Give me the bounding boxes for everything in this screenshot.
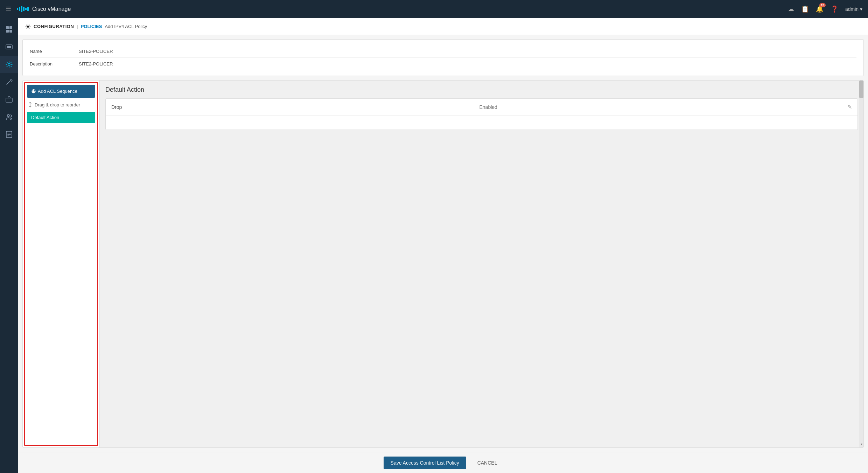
form-row-name: Name SITE2-POLICER (30, 45, 856, 58)
sidebar (0, 18, 18, 473)
svg-rect-1 (19, 7, 20, 11)
briefcase-icon (5, 96, 13, 103)
breadcrumb-bar: CONFIGURATION | POLICIES Add IPV4 ACL Po… (18, 18, 868, 35)
top-nav: ☰ Cisco vManage ☁ 📋 🔔 15 ❓ admin ▾ (0, 0, 868, 18)
action-drop-label: Drop (111, 104, 479, 110)
bottom-bar: Save Access Control List Policy CANCEL (18, 452, 868, 473)
svg-rect-2 (21, 6, 22, 12)
svg-rect-3 (23, 7, 24, 11)
sidebar-item-devices[interactable] (0, 39, 18, 55)
svg-rect-7 (9, 26, 12, 29)
svg-rect-13 (6, 98, 12, 102)
add-acl-btn-label: Add ACL Sequence (38, 89, 77, 94)
svg-rect-4 (25, 8, 27, 10)
hamburger-menu[interactable]: ☰ (6, 5, 11, 13)
highlight-border (24, 82, 98, 446)
form-section: Name SITE2-POLICER Description SITE2-POL… (22, 39, 864, 76)
sidebar-item-dashboard[interactable] (0, 21, 18, 38)
app-name: Cisco vManage (32, 6, 71, 12)
tools-icon (5, 78, 13, 86)
drag-icon (28, 102, 33, 107)
svg-rect-8 (6, 30, 9, 33)
plus-icon: ⊕ (31, 88, 36, 95)
action-edit-icon[interactable]: ✎ (847, 104, 852, 110)
save-acl-policy-button[interactable]: Save Access Control List Policy (384, 457, 466, 469)
sidebar-item-briefcase[interactable] (0, 91, 18, 108)
right-panel: Default Action Drop Enabled ✎ ▾ (100, 81, 863, 447)
svg-rect-0 (17, 8, 18, 10)
name-value: SITE2-POLICER (79, 49, 113, 54)
description-label: Description (30, 61, 79, 67)
drag-label: Drag & drop to reorder (35, 102, 80, 107)
action-enabled-status: Enabled (479, 104, 848, 110)
svg-rect-11 (7, 46, 11, 48)
sidebar-item-users[interactable] (0, 109, 18, 125)
breadcrumb-config-icon (25, 24, 31, 29)
form-row-description: Description SITE2-POLICER (30, 58, 856, 70)
breadcrumb-current-page: Add IPV4 ACL Policy (105, 24, 147, 29)
action-card: Drop Enabled ✎ (105, 98, 858, 130)
reports-icon (5, 131, 13, 138)
action-row-drop: Drop Enabled ✎ (106, 99, 858, 116)
scroll-down-arrow[interactable]: ▾ (859, 440, 863, 447)
users-icon (5, 113, 13, 121)
sidebar-item-tools[interactable] (0, 74, 18, 90)
action-row-empty (106, 116, 858, 130)
dashboard-icon (5, 26, 13, 33)
breadcrumb-separator: | (77, 24, 78, 29)
svg-point-19 (27, 26, 29, 27)
default-action-button[interactable]: Default Action (27, 112, 95, 123)
left-panel: ⊕ Add ACL Sequence Drag & drop to reorde… (23, 81, 100, 447)
scrollbar-track: ▾ (859, 81, 863, 447)
configuration-icon (5, 61, 13, 68)
name-label: Name (30, 49, 79, 54)
top-nav-right: ☁ 📋 🔔 15 ❓ admin ▾ (788, 5, 862, 13)
tasks-icon[interactable]: 📋 (801, 5, 809, 13)
admin-menu[interactable]: admin ▾ (845, 6, 862, 12)
breadcrumb-policies-link[interactable]: POLICIES (81, 24, 102, 29)
svg-rect-9 (9, 30, 12, 33)
sidebar-item-configuration[interactable] (0, 56, 18, 73)
sidebar-item-reports[interactable] (0, 126, 18, 143)
help-icon[interactable]: ❓ (831, 5, 838, 13)
svg-point-14 (7, 114, 9, 117)
cloud-icon[interactable]: ☁ (788, 5, 794, 13)
policy-builder: ⊕ Add ACL Sequence Drag & drop to reorde… (22, 80, 864, 448)
svg-rect-5 (27, 7, 29, 11)
notification-badge: 15 (819, 3, 826, 7)
description-value: SITE2-POLICER (79, 61, 113, 67)
logo-area: Cisco vManage (17, 5, 71, 13)
breadcrumb-section: CONFIGURATION (34, 24, 74, 29)
drag-reorder-hint: Drag & drop to reorder (27, 100, 95, 109)
cisco-logo-svg (17, 5, 29, 13)
cancel-button[interactable]: CANCEL (472, 457, 503, 469)
right-panel-title: Default Action (105, 86, 858, 93)
scrollbar-thumb (859, 81, 863, 98)
devices-icon (5, 43, 13, 51)
svg-point-12 (8, 63, 10, 65)
add-acl-sequence-button[interactable]: ⊕ Add ACL Sequence (27, 85, 95, 98)
notifications-icon[interactable]: 🔔 15 (816, 5, 824, 13)
content-area: CONFIGURATION | POLICIES Add IPV4 ACL Po… (18, 18, 868, 473)
svg-rect-6 (6, 26, 9, 29)
main-layout: CONFIGURATION | POLICIES Add IPV4 ACL Po… (0, 18, 868, 473)
default-action-label: Default Action (31, 115, 59, 120)
